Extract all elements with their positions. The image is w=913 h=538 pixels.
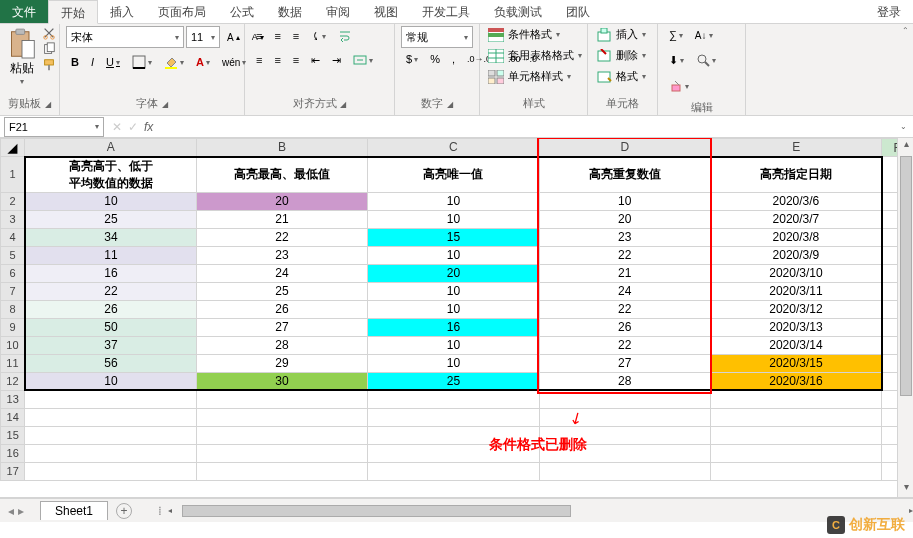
- cell-C13[interactable]: [368, 390, 539, 408]
- cell-E17[interactable]: [710, 462, 881, 480]
- comma-format-icon[interactable]: ,: [447, 50, 460, 68]
- header-cell-D[interactable]: 高亮重复数值: [539, 157, 710, 193]
- cell-E12[interactable]: 2020/3/16: [710, 372, 881, 390]
- bold-button[interactable]: B: [66, 53, 84, 71]
- cell-B12[interactable]: 30: [196, 372, 367, 390]
- fill-icon[interactable]: ⬇▾: [664, 51, 689, 70]
- row-header-4[interactable]: 4: [1, 228, 25, 246]
- cell-A12[interactable]: 10: [25, 372, 196, 390]
- hscroll-right-icon[interactable]: ▸: [909, 506, 913, 515]
- underline-button[interactable]: U▾: [101, 53, 125, 71]
- vertical-scrollbar[interactable]: ▴ ▾: [897, 138, 913, 497]
- cell-D2[interactable]: 10: [539, 192, 710, 210]
- cell-C9[interactable]: 16: [368, 318, 539, 336]
- cell-C4[interactable]: 15: [368, 228, 539, 246]
- row-header-8[interactable]: 8: [1, 300, 25, 318]
- wrap-text-icon[interactable]: [333, 26, 357, 46]
- scroll-down-icon[interactable]: ▾: [898, 481, 913, 497]
- increase-font-icon[interactable]: A▴: [222, 29, 245, 46]
- cell-B4[interactable]: 22: [196, 228, 367, 246]
- font-name-select[interactable]: 宋体▾: [66, 26, 184, 48]
- sheet-tab[interactable]: Sheet1: [40, 501, 108, 520]
- cell-A17[interactable]: [25, 462, 196, 480]
- font-color-button[interactable]: A▾: [191, 53, 215, 71]
- cell-B11[interactable]: 29: [196, 354, 367, 372]
- column-header-B[interactable]: B: [196, 139, 367, 157]
- cell-A7[interactable]: 22: [25, 282, 196, 300]
- cell-C11[interactable]: 10: [368, 354, 539, 372]
- align-top-icon[interactable]: ≡: [251, 27, 267, 45]
- autosum-icon[interactable]: ∑▾: [664, 26, 688, 44]
- clear-icon[interactable]: ▾: [664, 76, 694, 96]
- cell-C8[interactable]: 10: [368, 300, 539, 318]
- fill-color-button[interactable]: ▾: [159, 52, 189, 72]
- cell-D8[interactable]: 22: [539, 300, 710, 318]
- cell-A4[interactable]: 34: [25, 228, 196, 246]
- cell-A9[interactable]: 50: [25, 318, 196, 336]
- cell-D5[interactable]: 22: [539, 246, 710, 264]
- cell-D7[interactable]: 24: [539, 282, 710, 300]
- cell-B17[interactable]: [196, 462, 367, 480]
- worksheet-grid[interactable]: ◢ABCDEF1高亮高于、低于 平均数值的数据高亮最高、最低值高亮唯一值高亮重复…: [0, 138, 913, 498]
- header-cell-E[interactable]: 高亮指定日期: [710, 157, 881, 193]
- border-button[interactable]: ▾: [127, 52, 157, 72]
- cell-B10[interactable]: 28: [196, 336, 367, 354]
- row-header-17[interactable]: 17: [1, 462, 25, 480]
- tab-4[interactable]: 数据: [266, 0, 314, 23]
- cancel-formula-icon[interactable]: ✕: [112, 120, 122, 134]
- cell-E10[interactable]: 2020/3/14: [710, 336, 881, 354]
- cell-C12[interactable]: 25: [368, 372, 539, 390]
- cell-D14[interactable]: [539, 408, 710, 426]
- align-bottom-icon[interactable]: ≡: [288, 27, 304, 45]
- cell-A6[interactable]: 16: [25, 264, 196, 282]
- cell-C2[interactable]: 10: [368, 192, 539, 210]
- cell-A14[interactable]: [25, 408, 196, 426]
- tab-7[interactable]: 开发工具: [410, 0, 482, 23]
- cell-styles-button[interactable]: 单元格样式▾: [486, 68, 573, 85]
- row-header-2[interactable]: 2: [1, 192, 25, 210]
- insert-cells-button[interactable]: 插入▾: [594, 26, 648, 43]
- select-all-corner[interactable]: ◢: [1, 139, 25, 157]
- row-header-14[interactable]: 14: [1, 408, 25, 426]
- dialog-launcher-icon[interactable]: ◢: [162, 100, 168, 109]
- cell-C7[interactable]: 10: [368, 282, 539, 300]
- cell-C17[interactable]: [368, 462, 539, 480]
- align-right-icon[interactable]: ≡: [288, 51, 304, 69]
- cell-A11[interactable]: 56: [25, 354, 196, 372]
- align-center-icon[interactable]: ≡: [269, 51, 285, 69]
- cell-B2[interactable]: 20: [196, 192, 367, 210]
- cell-D4[interactable]: 23: [539, 228, 710, 246]
- format-as-table-button[interactable]: 套用表格格式▾: [486, 47, 584, 64]
- cell-C5[interactable]: 10: [368, 246, 539, 264]
- row-header-6[interactable]: 6: [1, 264, 25, 282]
- cell-E13[interactable]: [710, 390, 881, 408]
- cell-A15[interactable]: [25, 426, 196, 444]
- cell-C6[interactable]: 20: [368, 264, 539, 282]
- cell-B6[interactable]: 24: [196, 264, 367, 282]
- number-format-select[interactable]: 常规▾: [401, 26, 473, 48]
- row-header-10[interactable]: 10: [1, 336, 25, 354]
- vertical-scrollbar-thumb[interactable]: [900, 156, 912, 396]
- cell-E11[interactable]: 2020/3/15: [710, 354, 881, 372]
- cell-E5[interactable]: 2020/3/9: [710, 246, 881, 264]
- add-sheet-button[interactable]: +: [116, 503, 132, 519]
- enter-formula-icon[interactable]: ✓: [128, 120, 138, 134]
- cut-icon[interactable]: [42, 26, 56, 40]
- cell-E9[interactable]: 2020/3/13: [710, 318, 881, 336]
- increase-indent-icon[interactable]: ⇥: [327, 51, 346, 70]
- tab-0[interactable]: 开始: [48, 0, 98, 24]
- row-header-7[interactable]: 7: [1, 282, 25, 300]
- tab-1[interactable]: 插入: [98, 0, 146, 23]
- column-header-D[interactable]: D: [539, 139, 710, 157]
- login-link[interactable]: 登录: [865, 0, 913, 23]
- cell-A2[interactable]: 10: [25, 192, 196, 210]
- dialog-launcher-icon[interactable]: ◢: [340, 100, 346, 109]
- header-cell-A[interactable]: 高亮高于、低于 平均数值的数据: [25, 157, 196, 193]
- row-header-5[interactable]: 5: [1, 246, 25, 264]
- row-header-16[interactable]: 16: [1, 444, 25, 462]
- cell-B9[interactable]: 27: [196, 318, 367, 336]
- tab-8[interactable]: 负载测试: [482, 0, 554, 23]
- column-header-E[interactable]: E: [710, 139, 881, 157]
- cell-D12[interactable]: 28: [539, 372, 710, 390]
- cell-B14[interactable]: [196, 408, 367, 426]
